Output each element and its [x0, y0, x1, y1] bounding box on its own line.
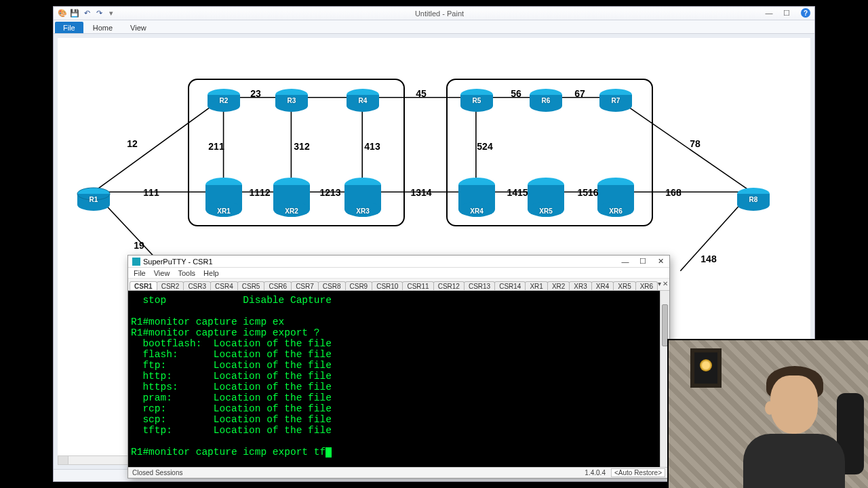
save-icon[interactable]: 💾 [70, 9, 79, 18]
status-version: 1.4.0.4 [585, 469, 606, 476]
session-tab-csr4[interactable]: CSR4 [210, 281, 238, 290]
undo-icon[interactable]: ↶ [82, 9, 92, 18]
tab-file[interactable]: File [55, 22, 83, 33]
qat-dropdown-icon[interactable]: ▾ [106, 9, 116, 18]
link-45: 45 [416, 88, 427, 99]
link-23: 23 [250, 88, 261, 99]
session-tab-xr3[interactable]: XR3 [569, 281, 591, 290]
svg-point-22 [77, 199, 110, 211]
session-tab-csr1[interactable]: CSR1 [130, 281, 157, 290]
superputty-window: SuperPuTTY - CSR1 — ☐ ✕ File View Tools … [127, 255, 670, 479]
svg-point-32 [347, 100, 379, 112]
tab-view[interactable]: View [122, 22, 155, 33]
putty-close-button[interactable]: ✕ [652, 256, 669, 267]
link-1415: 1415 [507, 187, 528, 198]
session-tab-csr6[interactable]: CSR6 [264, 281, 292, 290]
link-1314: 1314 [410, 187, 431, 198]
session-tab-xr1[interactable]: XR1 [525, 281, 547, 290]
link-312: 312 [294, 141, 309, 152]
router-r4: R4 [345, 88, 380, 113]
link-111: 111 [143, 187, 159, 198]
session-tab-xr4[interactable]: XR4 [591, 281, 614, 290]
menu-file[interactable]: File [134, 269, 146, 277]
link-413: 413 [364, 141, 380, 152]
link-1112: 1112 [249, 187, 270, 198]
svg-point-62 [597, 202, 634, 217]
session-tab-csr10[interactable]: CSR10 [372, 281, 403, 290]
putty-tabbar: CSR1 CSR2 CSR3 CSR4 CSR5 CSR6 CSR7 CSR8 … [128, 279, 669, 291]
putty-titlebar[interactable]: SuperPuTTY - CSR1 — ☐ ✕ [128, 256, 669, 268]
link-56: 56 [511, 88, 521, 99]
link-78: 78 [690, 138, 701, 149]
svg-point-35 [460, 100, 493, 112]
session-tab-csr11[interactable]: CSR11 [402, 281, 433, 290]
link-1213: 1213 [319, 187, 340, 198]
link-211: 211 [208, 141, 224, 152]
session-tab-xr5[interactable]: XR5 [613, 281, 635, 290]
router-xr4: XR4 [457, 177, 496, 218]
router-r1: R1 [76, 187, 111, 211]
session-tab-csr9[interactable]: CSR9 [345, 281, 373, 290]
session-tab-csr7[interactable]: CSR7 [291, 281, 319, 290]
tab-list-dropdown-icon[interactable]: ▾ [658, 280, 661, 287]
paint-app-icon: 🎨 [58, 9, 67, 18]
session-tab-csr12[interactable]: CSR12 [433, 281, 465, 290]
status-closed-sessions[interactable]: Closed Sessions [132, 469, 182, 476]
session-tab-csr3[interactable]: CSR3 [183, 281, 211, 290]
svg-point-41 [599, 100, 632, 112]
redo-icon[interactable]: ↷ [94, 9, 104, 18]
router-r7: R7 [598, 88, 633, 113]
paint-title: Untitled - Paint [116, 9, 763, 18]
svg-point-53 [344, 202, 381, 217]
menu-tools[interactable]: Tools [178, 269, 195, 277]
router-r6: R6 [528, 88, 564, 113]
svg-point-38 [530, 100, 562, 112]
minimize-button[interactable]: — [763, 9, 775, 18]
router-r2: R2 [206, 88, 241, 113]
paint-ribbon-tabs: File Home View ? [54, 20, 814, 34]
link-19: 19 [134, 240, 144, 251]
paint-titlebar[interactable]: 🎨 💾 ↶ ↷ ▾ Untitled - Paint — ☐ ✕ [54, 7, 814, 20]
presenter [739, 359, 854, 488]
tab-close-icon[interactable]: ✕ [663, 280, 668, 287]
session-tab-csr14[interactable]: CSR14 [494, 281, 526, 290]
putty-maximize-button[interactable]: ☐ [634, 256, 652, 267]
menu-view[interactable]: View [154, 269, 170, 277]
session-tab-xr2[interactable]: XR2 [547, 281, 570, 290]
putty-minimize-button[interactable]: — [616, 256, 634, 267]
session-tab-csr8[interactable]: CSR8 [318, 281, 346, 290]
router-r3: R3 [274, 88, 309, 113]
link-524: 524 [477, 141, 492, 152]
router-xr6: XR6 [596, 177, 635, 218]
superputty-icon [132, 258, 140, 266]
svg-point-50 [273, 202, 310, 217]
session-tab-csr2[interactable]: CSR2 [157, 281, 184, 290]
menu-help[interactable]: Help [203, 269, 219, 277]
help-icon[interactable]: ? [801, 8, 810, 18]
status-auto-restore[interactable]: <Auto Restore> [611, 468, 665, 477]
putty-menubar: File View Tools Help [128, 268, 669, 279]
session-tab-csr5[interactable]: CSR5 [237, 281, 265, 290]
router-xr5: XR5 [526, 177, 566, 218]
tab-home[interactable]: Home [85, 22, 121, 33]
svg-point-26 [208, 100, 240, 112]
svg-point-47 [205, 202, 242, 217]
maximize-button[interactable]: ☐ [781, 9, 793, 18]
putty-title-text: SuperPuTTY - CSR1 [143, 258, 213, 266]
session-tab-xr6[interactable]: XR6 [635, 281, 658, 290]
router-xr3: XR3 [343, 177, 382, 218]
svg-point-56 [458, 202, 495, 217]
session-tab-csr13[interactable]: CSR13 [464, 281, 495, 290]
link-168: 168 [665, 187, 681, 198]
putty-statusbar: Closed Sessions 1.4.0.4 <Auto Restore> [128, 467, 669, 478]
router-xr1: XR1 [204, 177, 243, 218]
terminal-text: stop Disable Capture R1#monitor capture … [131, 295, 332, 458]
router-r5: R5 [459, 88, 494, 113]
link-12: 12 [127, 138, 138, 149]
link-1516: 1516 [577, 187, 598, 198]
svg-point-44 [737, 199, 770, 211]
terminal-cursor [326, 447, 332, 458]
link-67: 67 [574, 88, 585, 99]
svg-point-59 [528, 202, 564, 217]
terminal-output[interactable]: stop Disable Capture R1#monitor capture … [128, 291, 660, 467]
